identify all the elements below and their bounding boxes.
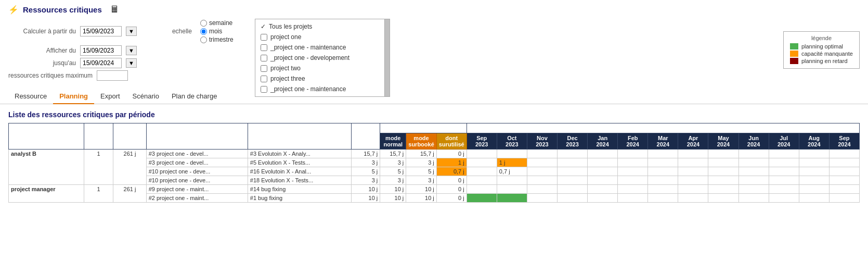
- cell-normal: 10 j: [380, 185, 406, 194]
- jusqu-dropdown-btn[interactable]: ▼: [126, 58, 137, 68]
- period-dec23: [557, 167, 587, 176]
- cell-reste: 15,7 j: [352, 150, 380, 158]
- legend-item-optimal: planning optimal: [790, 43, 853, 49]
- popup-item-2[interactable]: _project one - maintenance: [255, 42, 390, 53]
- table-row: analyst B 1 261 j #3 project one - devel…: [9, 150, 860, 158]
- popup-item-6[interactable]: _project one - maintenance: [255, 84, 390, 94]
- cell-capa: 1: [84, 150, 113, 185]
- cell-reste: 10 j: [352, 185, 380, 194]
- col-sep-2023: Sep2023: [467, 133, 497, 150]
- cell-projet: #2 project one - maint...: [146, 194, 248, 203]
- popup-scrollbar[interactable]: [384, 19, 390, 96]
- period-jun24: [739, 185, 769, 194]
- period-oct23: 1 j: [497, 158, 527, 167]
- period-oct23: [497, 176, 527, 185]
- cell-element: #14 bug fixing: [248, 185, 351, 194]
- legend-color-darkred: [790, 58, 798, 64]
- col-dont-surutilise: dont surutilisé: [436, 133, 467, 150]
- period-may24: [708, 185, 739, 194]
- period-feb24: [618, 194, 648, 203]
- table-row: project manager 1 261 j #9 project one -…: [9, 185, 860, 194]
- col-nov-2023: Nov2023: [527, 133, 557, 150]
- cell-element: #16 Evolutoin X - Anal...: [248, 167, 351, 176]
- period-may24: [708, 176, 739, 185]
- popup-item-3[interactable]: _project one - developement: [255, 53, 390, 63]
- tab-plan-de-charge[interactable]: Plan de charge: [165, 89, 223, 104]
- popup-item-all[interactable]: ✓ Tous les projets: [255, 21, 390, 32]
- cell-dont: 0,7 j: [436, 167, 467, 176]
- col-dec-2023: Dec2023: [557, 133, 587, 150]
- period-nov23: [527, 176, 557, 185]
- calculer-dropdown-btn[interactable]: ▼: [126, 27, 137, 36]
- afficher-input[interactable]: [80, 45, 122, 56]
- legend-box: légende planning optimal capacité manqua…: [783, 31, 860, 69]
- period-oct23: [497, 185, 527, 194]
- popup-item-5[interactable]: project three: [255, 73, 390, 84]
- col-ressource: ressource: [9, 123, 84, 150]
- cell-surbooke: 3 j: [406, 176, 437, 185]
- cell-dispo: 261 j: [113, 185, 146, 203]
- echelle-label: echelle: [172, 28, 192, 35]
- popup-item-1[interactable]: project one: [255, 32, 390, 42]
- table-wrap: ressource capa. dispo. projet élément re…: [8, 123, 860, 203]
- calculator-icon: 🖩: [110, 4, 120, 15]
- radio-semaine[interactable]: semaine: [200, 19, 234, 27]
- cell-surbooke: 3 j: [406, 158, 437, 167]
- afficher-dropdown-btn[interactable]: ▼: [126, 46, 137, 55]
- period-feb24: [618, 158, 648, 167]
- period-sep24: [829, 158, 859, 167]
- col-may-2024: May2024: [708, 133, 739, 150]
- tab-scenario[interactable]: Scénario: [126, 89, 165, 104]
- calculer-input[interactable]: [80, 26, 122, 36]
- cell-element: #3 Evolutoin X - Analy...: [248, 150, 351, 158]
- col-mar-2024: Mar2024: [648, 133, 678, 150]
- legend-item-retard: planning en retard: [790, 58, 853, 64]
- tab-ressource[interactable]: Ressource: [8, 89, 53, 104]
- cell-dont: 1 j: [436, 158, 467, 167]
- cell-dont: 0 j: [436, 194, 467, 203]
- project-dropdown-popup: ✓ Tous les projets project one _project …: [255, 19, 390, 97]
- max-input[interactable]: [97, 70, 128, 81]
- period-jul24: [769, 185, 799, 194]
- col-aug-2024: Aug2024: [799, 133, 829, 150]
- period-nov23: [527, 158, 557, 167]
- period-jan24: [588, 194, 618, 203]
- period-nov23: [527, 194, 557, 203]
- period-apr24: [678, 194, 708, 203]
- period-apr24: [678, 185, 708, 194]
- period-jul24: [769, 150, 799, 158]
- period-aug24: [799, 167, 829, 176]
- period-sep23: [467, 194, 497, 203]
- period-aug24: [799, 176, 829, 185]
- period-dec23: [557, 185, 587, 194]
- period-sep23: [467, 167, 497, 176]
- period-sep23: [467, 150, 497, 158]
- period-apr24: [678, 176, 708, 185]
- period-mar24: [648, 167, 678, 176]
- cell-normal: 15,7 j: [380, 150, 406, 158]
- cell-projet: #10 project one - deve...: [146, 167, 248, 176]
- radio-mois[interactable]: mois: [200, 28, 234, 35]
- period-mar24: [648, 194, 678, 203]
- period-jun24: [739, 176, 769, 185]
- period-jul24: [769, 194, 799, 203]
- tab-bar: Ressource Planning Export Scénario Plan …: [0, 89, 868, 104]
- tab-export[interactable]: Export: [94, 89, 126, 104]
- popup-item-4[interactable]: project two: [255, 63, 390, 73]
- jusqu-input[interactable]: [80, 58, 122, 68]
- tab-planning[interactable]: Planning: [53, 89, 94, 104]
- period-may24: [708, 167, 739, 176]
- col-reste: reste à planifier: [352, 123, 380, 150]
- period-may24: [708, 158, 739, 167]
- period-may24: [708, 194, 739, 203]
- cell-surbooke: 15,7 j: [406, 150, 437, 158]
- col-mode-surbooke: mode surbooké: [406, 133, 437, 150]
- cell-normal: 3 j: [380, 176, 406, 185]
- period-feb24: [618, 185, 648, 194]
- period-dec23: [557, 158, 587, 167]
- page-title: Ressources critiques: [23, 5, 102, 14]
- period-mar24: [648, 176, 678, 185]
- radio-trimestre[interactable]: trimestre: [200, 36, 234, 43]
- cell-dont: 0 j: [436, 176, 467, 185]
- period-oct23: 0,7 j: [497, 167, 527, 176]
